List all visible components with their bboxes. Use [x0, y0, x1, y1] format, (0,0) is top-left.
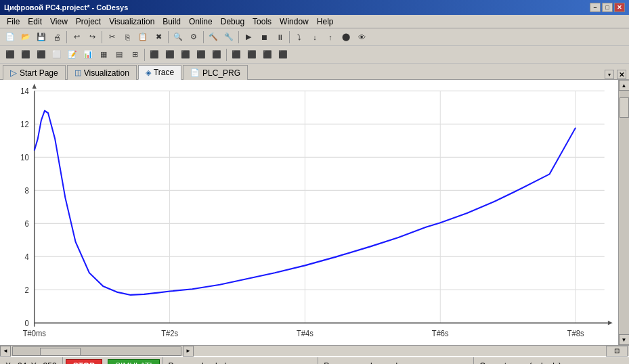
redo-button[interactable]: ↪ — [85, 30, 100, 44]
tb2-btn15[interactable]: ⬛ — [229, 48, 244, 62]
minimize-button[interactable]: – — [590, 3, 601, 12]
stop-button[interactable]: STOP — [66, 359, 102, 364]
tab-plc-prg-label: PLC_PRG — [202, 68, 240, 78]
watch-button[interactable]: 👁 — [354, 30, 369, 44]
scroll-thumb[interactable] — [620, 97, 629, 118]
chart-options-button[interactable]: ⊡ — [606, 346, 628, 357]
svg-text:14: 14 — [20, 87, 29, 95]
tb2-btn17[interactable]: ⬛ — [260, 48, 275, 62]
step-out-button[interactable]: ↑ — [323, 30, 338, 44]
menu-debug[interactable]: Debug — [217, 16, 248, 28]
menu-online[interactable]: Online — [185, 16, 217, 28]
menu-view[interactable]: View — [46, 16, 72, 28]
title-bar: Цифровой PC4.project* - CoDesys – □ ✕ — [0, 0, 629, 15]
menu-help[interactable]: Help — [313, 16, 338, 28]
stop-btn[interactable]: ⏹ — [257, 30, 272, 44]
run-button[interactable]: ▶ — [241, 30, 256, 44]
maximize-button[interactable]: □ — [602, 3, 613, 12]
svg-text:T#4s: T#4s — [297, 329, 313, 338]
svg-text:2: 2 — [24, 286, 28, 294]
program-loaded-text: Program loaded — [169, 361, 226, 364]
tab-start-page-label: Start Page — [20, 68, 58, 78]
cut-button[interactable]: ✂ — [104, 30, 119, 44]
menu-build[interactable]: Build — [158, 16, 185, 28]
tab-trace-label: Trace — [154, 68, 174, 77]
current-user-text: Current user: (nobody) — [479, 361, 561, 364]
title-text: Цифровой PC4.project* - CoDesys — [4, 3, 128, 12]
tb2-btn16[interactable]: ⬛ — [244, 48, 259, 62]
tb2-btn7[interactable]: ▦ — [96, 48, 111, 62]
open-button[interactable]: 📂 — [18, 30, 33, 44]
coordinates-text: X : 24, Y : 353 — [5, 361, 57, 364]
menu-edit[interactable]: Edit — [24, 16, 46, 28]
toolbar-row-1: 📄 📂 💾 🖨 ↩ ↪ ✂ ⎘ 📋 ✖ 🔍 ⚙ 🔨 🔧 ▶ ⏹ ⏸ ⤵ ↓ ↑ … — [0, 28, 629, 46]
program-unchanged-text: Program unchanged — [324, 361, 397, 364]
tb2-btn14[interactable]: ⬛ — [209, 48, 224, 62]
status-bar: X : 24, Y : 353 STOP SIMULATI Program lo… — [0, 356, 629, 364]
tb2-btn1[interactable]: ⬛ — [3, 48, 18, 62]
rebuild-button[interactable]: 🔧 — [221, 30, 236, 44]
close-button[interactable]: ✕ — [614, 3, 625, 12]
menu-tools[interactable]: Tools — [248, 16, 276, 28]
tabs-dropdown-button[interactable]: ▾ — [605, 70, 614, 79]
paste-button[interactable]: 📋 — [135, 30, 150, 44]
svg-text:10: 10 — [20, 153, 28, 161]
tb2-btn8[interactable]: ▤ — [112, 48, 127, 62]
stop-section: STOP — [63, 357, 105, 364]
tb2-btn9[interactable]: ⊞ — [127, 48, 142, 62]
svg-text:T#2s: T#2s — [161, 329, 178, 338]
step-over-button[interactable]: ⤵ — [292, 30, 307, 44]
scroll-up-button[interactable]: ▲ — [619, 80, 630, 91]
svg-text:8: 8 — [24, 186, 28, 194]
program-unchanged-section: Program unchanged — [318, 357, 474, 364]
tb2-btn4[interactable]: ⬜ — [49, 48, 64, 62]
save-button[interactable]: 💾 — [34, 30, 49, 44]
tb2-btn12[interactable]: ⬛ — [178, 48, 193, 62]
tb2-btn10[interactable]: ⬛ — [147, 48, 162, 62]
pause-button[interactable]: ⏸ — [272, 30, 287, 44]
hscroll-track — [12, 346, 181, 356]
tb2-btn5[interactable]: 📝 — [65, 48, 80, 62]
hscroll-left-button[interactable]: ◄ — [0, 346, 11, 357]
tab-plc-prg[interactable]: 📄 PLC_PRG — [183, 65, 248, 80]
tab-start-page[interactable]: ▷ Start Page — [3, 65, 66, 80]
breakpoint-button[interactable]: ⬤ — [339, 30, 353, 44]
menu-file[interactable]: File — [3, 16, 24, 28]
print-button[interactable]: 🖨 — [49, 30, 64, 44]
scroll-down-button[interactable]: ▼ — [619, 334, 630, 345]
tb2-btn6[interactable]: 📊 — [81, 48, 95, 62]
tb2-btn18[interactable]: ⬛ — [276, 48, 290, 62]
menu-visualization[interactable]: Visualization — [105, 16, 158, 28]
svg-text:T#0ms: T#0ms — [23, 329, 46, 338]
toolbar-row-2: ⬛ ⬛ ⬛ ⬜ 📝 📊 ▦ ▤ ⊞ ⬛ ⬛ ⬛ ⬛ ⬛ ⬛ ⬛ ⬛ ⬛ — [0, 46, 629, 64]
copy-button[interactable]: ⎘ — [120, 30, 135, 44]
simulate-button[interactable]: SIMULATI — [108, 359, 159, 364]
tab-visualization-label: Visualization — [84, 68, 129, 78]
tb2-btn11[interactable]: ⬛ — [162, 48, 177, 62]
svg-text:T#6s: T#6s — [432, 329, 449, 338]
tb2-btn13[interactable]: ⬛ — [194, 48, 209, 62]
settings-button[interactable]: ⚙ — [186, 30, 201, 44]
coordinates-section: X : 24, Y : 353 — [0, 357, 63, 364]
menu-window[interactable]: Window — [276, 16, 313, 28]
hscroll-thumb[interactable] — [40, 348, 81, 356]
right-scrollbar: ▲ ▼ — [618, 80, 629, 345]
svg-text:0: 0 — [24, 319, 28, 327]
step-into-button[interactable]: ↓ — [307, 30, 322, 44]
tab-trace[interactable]: ◈ Trace — [138, 65, 181, 80]
tabs-controls: ▾ ✕ — [605, 70, 626, 79]
hscroll-right-button[interactable]: ► — [183, 346, 194, 357]
scroll-track — [619, 91, 630, 334]
tb2-btn3[interactable]: ⬛ — [34, 48, 49, 62]
tb2-btn2[interactable]: ⬛ — [18, 48, 33, 62]
undo-button[interactable]: ↩ — [69, 30, 84, 44]
find-button[interactable]: 🔍 — [171, 30, 186, 44]
tabs-close-button[interactable]: ✕ — [617, 70, 626, 79]
menu-project[interactable]: Project — [72, 16, 105, 28]
tab-visualization[interactable]: ◫ Visualization — [67, 65, 137, 80]
svg-text:6: 6 — [24, 219, 28, 227]
delete-button[interactable]: ✖ — [151, 30, 166, 44]
simulate-section: SIMULATI — [105, 357, 162, 364]
build-button[interactable]: 🔨 — [206, 30, 221, 44]
new-button[interactable]: 📄 — [3, 30, 18, 44]
